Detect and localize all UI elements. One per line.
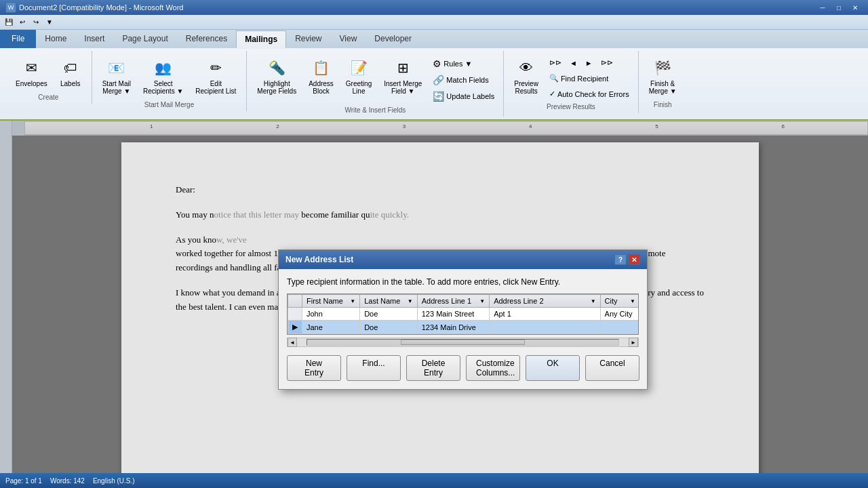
- scrollbar-thumb[interactable]: [401, 340, 526, 345]
- find-recipient-label: Find Recipient: [561, 75, 608, 83]
- nav-first-button[interactable]: ⊳⊳: [546, 56, 565, 69]
- envelopes-button[interactable]: ✉ Envelopes: [11, 54, 52, 91]
- last-name-sort-icon: ▼: [408, 298, 413, 304]
- address-table-container: First Name ▼ Last Name ▼: [287, 293, 639, 335]
- tab-home[interactable]: Home: [36, 30, 75, 48]
- save-qat-button[interactable]: 💾: [3, 16, 15, 28]
- row1-last-name[interactable]: Doe: [360, 308, 418, 321]
- delete-entry-button[interactable]: Delete Entry: [406, 355, 460, 381]
- nav-next-button[interactable]: ►: [582, 57, 596, 69]
- tab-mailings[interactable]: Mailings: [236, 30, 286, 49]
- scrollbar-right-button[interactable]: ►: [629, 338, 638, 347]
- new-address-list-dialog: New Address List ? ✕ Type recipient info…: [278, 249, 648, 390]
- finish-merge-button[interactable]: 🏁 Finish &Merge ▼: [644, 54, 682, 98]
- find-recipient-button[interactable]: 🔍 Find Recipient: [546, 72, 633, 85]
- labels-button[interactable]: 🏷 Labels: [55, 54, 86, 91]
- page-status: Page: 1 of 1: [5, 477, 42, 485]
- minimize-button[interactable]: ─: [815, 2, 830, 13]
- dialog-title-controls: ? ✕: [614, 254, 640, 265]
- select-recipients-icon: 👥: [153, 57, 174, 79]
- auto-check-button[interactable]: ✓ Auto Check for Errors: [546, 87, 633, 100]
- find-recipient-icon: 🔍: [549, 74, 559, 83]
- row2-selector: ▶: [288, 321, 302, 334]
- find-button[interactable]: Find...: [347, 355, 401, 381]
- start-mail-merge-buttons: 📧 Start MailMerge ▼ 👥 SelectRecipients ▼…: [98, 54, 241, 98]
- edit-recipient-list-label: EditRecipient List: [195, 80, 236, 95]
- rules-label: Rules ▼: [443, 60, 472, 68]
- dialog-close-button[interactable]: ✕: [628, 254, 640, 265]
- highlight-merge-fields-button[interactable]: 🔦 HighlightMerge Fields: [252, 54, 301, 98]
- update-labels-label: Update Labels: [446, 92, 494, 100]
- col-header-last-name[interactable]: Last Name ▼: [360, 295, 418, 308]
- row1-address1[interactable]: 123 Main Street: [417, 308, 489, 321]
- ribbon-group-create: ✉ Envelopes 🏷 Labels Create: [5, 51, 92, 104]
- edit-recipient-list-icon: ✏: [205, 57, 226, 79]
- preview-results-button[interactable]: 👁 PreviewResults: [509, 54, 543, 98]
- finish-merge-icon: 🏁: [652, 57, 673, 79]
- update-labels-button[interactable]: 🔄 Update Labels: [429, 89, 498, 104]
- col-header-city[interactable]: City ▼: [600, 295, 639, 308]
- maximize-button[interactable]: □: [831, 2, 846, 13]
- row2-last-name[interactable]: Doe: [360, 321, 418, 334]
- write-insert-buttons: 🔦 HighlightMerge Fields 📋 AddressBlock 📝…: [252, 54, 498, 104]
- ribbon-content: ✉ Envelopes 🏷 Labels Create 📧 Start Mail…: [0, 48, 868, 119]
- ok-button[interactable]: OK: [526, 355, 580, 381]
- tab-page-layout[interactable]: Page Layout: [113, 30, 176, 48]
- title-bar: W Document2 [Compatibility Mode] - Micro…: [0, 0, 868, 15]
- app-icon: W: [5, 2, 16, 13]
- scrollbar-track[interactable]: [307, 339, 619, 346]
- start-mail-merge-label: Start MailMerge ▼: [102, 80, 131, 95]
- highlight-merge-fields-label: HighlightMerge Fields: [257, 80, 296, 95]
- row1-first-name[interactable]: John: [302, 308, 360, 321]
- col-header-address2[interactable]: Address Line 2 ▼: [490, 295, 600, 308]
- row2-address2-input[interactable]: [494, 323, 595, 331]
- address-block-icon: 📋: [311, 57, 332, 79]
- write-insert-group-label: Write & Insert Fields: [344, 106, 406, 114]
- address-table: First Name ▼ Last Name ▼: [288, 294, 639, 334]
- address2-sort-icon: ▼: [591, 298, 596, 304]
- redo-qat-button[interactable]: ↪: [30, 16, 42, 28]
- tab-developer[interactable]: Developer: [366, 30, 420, 48]
- row1-city[interactable]: Any City: [600, 308, 639, 321]
- greeting-line-button[interactable]: 📝 GreetingLine: [341, 54, 376, 98]
- ribbon-group-finish: 🏁 Finish &Merge ▼ Finish: [639, 51, 687, 111]
- col-header-first-name[interactable]: First Name ▼: [302, 295, 360, 308]
- rules-button[interactable]: ⚙ Rules ▼: [429, 56, 498, 71]
- dialog-help-button[interactable]: ?: [614, 254, 627, 265]
- tab-review[interactable]: Review: [286, 30, 330, 48]
- col-header-address1[interactable]: Address Line 1 ▼: [417, 295, 489, 308]
- row1-address2[interactable]: Apt 1: [490, 308, 600, 321]
- quick-access-toolbar: 💾 ↩ ↪ ▼: [0, 15, 868, 30]
- row2-address2[interactable]: [490, 321, 600, 334]
- tab-insert[interactable]: Insert: [75, 30, 113, 48]
- greeting-line-label: GreetingLine: [346, 80, 372, 95]
- scrollbar-left-button[interactable]: ◄: [288, 338, 297, 347]
- edit-recipient-list-button[interactable]: ✏ EditRecipient List: [191, 54, 241, 98]
- row-arrow-icon: ▶: [292, 323, 298, 331]
- row2-address1[interactable]: 1234 Main Drive: [417, 321, 489, 334]
- tab-references[interactable]: References: [177, 30, 236, 48]
- nav-prev-button[interactable]: ◄: [566, 57, 580, 69]
- row2-city[interactable]: [600, 321, 639, 334]
- select-recipients-button[interactable]: 👥 SelectRecipients ▼: [138, 54, 188, 98]
- insert-merge-field-button[interactable]: ⊞ Insert MergeField ▼: [379, 54, 427, 98]
- nav-last-button[interactable]: ⊳⊳: [597, 56, 616, 69]
- close-button[interactable]: ✕: [848, 2, 863, 13]
- customize-columns-button[interactable]: Customize Columns...: [466, 355, 520, 381]
- more-qat-button[interactable]: ▼: [43, 16, 56, 28]
- envelopes-label: Envelopes: [16, 80, 47, 87]
- tab-view[interactable]: View: [331, 30, 366, 48]
- dialog-instruction: Type recipient information in the table.…: [287, 277, 639, 287]
- horizontal-scrollbar[interactable]: ◄ ►: [287, 338, 639, 347]
- row2-first-name[interactable]: Jane: [302, 321, 360, 334]
- auto-check-icon: ✓: [549, 89, 555, 98]
- table-row: ▶ Jane Doe 1234 Main Drive: [288, 321, 639, 334]
- match-fields-button[interactable]: 🔗 Match Fields: [429, 73, 498, 87]
- undo-qat-button[interactable]: ↩: [16, 16, 28, 28]
- cancel-button[interactable]: Cancel: [585, 355, 639, 381]
- new-entry-button[interactable]: New Entry: [287, 355, 341, 381]
- address-block-button[interactable]: 📋 AddressBlock: [304, 54, 338, 98]
- start-mail-merge-group-label: Start Mail Merge: [144, 101, 194, 108]
- tab-file[interactable]: File: [0, 30, 36, 48]
- start-mail-merge-button[interactable]: 📧 Start MailMerge ▼: [98, 54, 136, 98]
